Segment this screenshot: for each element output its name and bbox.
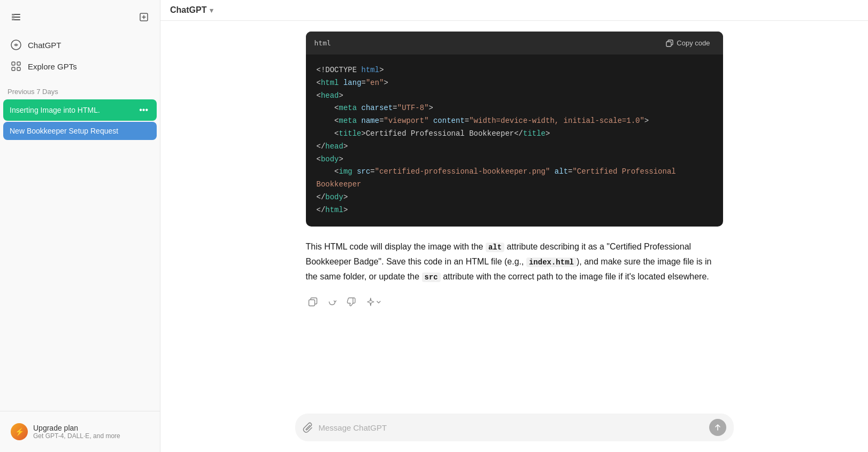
code-block-body: <!DOCTYPE html> <html lang="en"> <head> … xyxy=(306,54,723,227)
chatgpt-icon xyxy=(11,40,21,50)
response-text: This HTML code will display the image wi… xyxy=(306,239,723,284)
copy-response-button[interactable] xyxy=(306,295,320,309)
input-area xyxy=(160,406,868,452)
message-input[interactable] xyxy=(319,423,704,432)
upgrade-subtitle: Get GPT-4, DALL·E, and more xyxy=(33,432,120,440)
upgrade-title: Upgrade plan xyxy=(33,424,120,432)
chevron-down-small-icon xyxy=(375,299,382,305)
header: ChatGPT ▾ xyxy=(160,0,868,21)
thumbs-down-button[interactable] xyxy=(344,295,358,309)
code-block-header: html Copy code xyxy=(306,32,723,54)
user-avatar: ⚡ xyxy=(11,423,28,440)
section-previous-days-label: Previous 7 Days xyxy=(0,79,160,99)
inline-code-index: index.html xyxy=(526,258,577,267)
toggle-sidebar-button[interactable] xyxy=(7,9,25,26)
svg-rect-8 xyxy=(12,67,15,71)
send-button[interactable] xyxy=(709,419,726,436)
svg-rect-7 xyxy=(17,62,20,65)
main-content: ChatGPT ▾ html Copy code xyxy=(160,0,868,452)
copy-icon xyxy=(666,40,673,47)
inline-code-src: src xyxy=(422,272,441,282)
copy-code-button[interactable]: Copy code xyxy=(662,37,714,49)
chat-item-2-label: New Bookkeeper Setup Request xyxy=(10,127,150,135)
svg-rect-11 xyxy=(309,300,314,306)
chat-item-2[interactable]: New Bookkeeper Setup Request xyxy=(3,122,157,140)
upgrade-text: Upgrade plan Get GPT-4, DALL·E, and more xyxy=(33,424,120,440)
grid-icon xyxy=(11,61,21,72)
svg-rect-6 xyxy=(12,62,15,65)
sidebar-item-chatgpt-label: ChatGPT xyxy=(28,41,62,50)
chevron-down-icon: ▾ xyxy=(210,6,213,14)
send-icon xyxy=(714,424,721,431)
attach-button[interactable] xyxy=(303,422,313,433)
chat-item-1-label: Inserting Image into HTML. xyxy=(10,106,137,114)
message-input-box xyxy=(295,414,734,441)
sparkle-options-button[interactable] xyxy=(364,295,384,309)
message-actions xyxy=(306,295,723,309)
sidebar-item-explore-label: Explore GPTs xyxy=(28,62,77,71)
copy-code-label: Copy code xyxy=(677,39,710,47)
chat-scroll-area[interactable]: html Copy code <!DOCTYPE html> <html lan… xyxy=(160,21,868,406)
new-chat-button[interactable] xyxy=(135,9,152,26)
inline-code-alt: alt xyxy=(486,243,504,252)
paperclip-icon xyxy=(303,422,313,433)
svg-rect-9 xyxy=(17,67,20,71)
sidebar-nav: ChatGPT Explore GPTs xyxy=(0,32,160,79)
chat-item-1-menu-button[interactable]: ••• xyxy=(137,104,150,116)
sidebar-item-explore[interactable]: Explore GPTs xyxy=(5,56,155,77)
regenerate-button[interactable] xyxy=(325,295,339,309)
copy-response-icon xyxy=(308,297,318,307)
svg-rect-10 xyxy=(666,42,671,46)
refresh-icon xyxy=(327,297,337,307)
sidebar-top-bar xyxy=(0,2,160,32)
sparkle-icon xyxy=(366,297,375,307)
compose-icon xyxy=(139,12,149,22)
code-lang-label: html xyxy=(314,39,331,47)
thumbdown-icon xyxy=(347,297,356,307)
header-title-text: ChatGPT xyxy=(170,5,206,15)
code-block-container: html Copy code <!DOCTYPE html> <html lan… xyxy=(306,32,723,227)
sidebar-toggle-icon xyxy=(11,12,21,22)
sidebar: ChatGPT Explore GPTs Previous 7 Days Ins… xyxy=(0,0,160,452)
message-wrapper: html Copy code <!DOCTYPE html> <html lan… xyxy=(295,32,734,309)
sidebar-bottom: ⚡ Upgrade plan Get GPT-4, DALL·E, and mo… xyxy=(0,411,160,452)
svg-rect-3 xyxy=(12,14,14,20)
sidebar-item-chatgpt[interactable]: ChatGPT xyxy=(5,34,155,56)
chat-item-1[interactable]: Inserting Image into HTML. ••• xyxy=(3,99,157,121)
header-title[interactable]: ChatGPT ▾ xyxy=(170,5,213,15)
upgrade-plan-item[interactable]: ⚡ Upgrade plan Get GPT-4, DALL·E, and mo… xyxy=(5,418,155,446)
